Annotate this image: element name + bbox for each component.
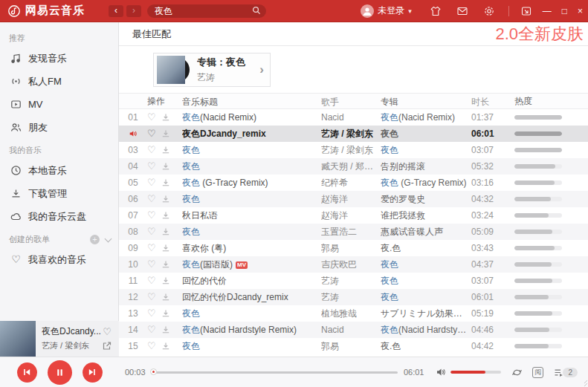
table-row[interactable]: 13♡夜色植地雅哉サブリミナル効果によ...05:19 (119, 305, 588, 322)
sidebar-item-mv[interactable]: MV (0, 93, 118, 116)
song-artist[interactable]: 艺涛 (321, 289, 381, 305)
table-row[interactable]: 11♡回忆的代价艺涛夜色03:07 (119, 273, 588, 289)
share-icon[interactable] (102, 341, 112, 351)
download-icon[interactable] (161, 227, 170, 236)
download-icon[interactable] (161, 309, 170, 318)
table-row[interactable]: 08♡夜色玉置浩二惠威试音碟人声05:09 (119, 224, 588, 240)
like-icon[interactable]: ♡ (147, 338, 156, 354)
table-row[interactable]: 01♡夜色(Nacid Remix)Nacid夜色(Nacid Remix)01… (119, 109, 588, 126)
song-artist[interactable]: 臧天朔 / 郑钧 / 唐... (321, 158, 381, 175)
user-menu[interactable]: 未登录 ▾ (361, 4, 412, 18)
song-title[interactable]: 夜色 (182, 191, 321, 207)
download-icon[interactable] (161, 195, 170, 204)
now-playing-like-icon[interactable]: ♡ (103, 326, 112, 337)
mv-badge[interactable]: MV (236, 261, 248, 269)
song-title[interactable]: 夜色(国语版)MV (182, 256, 321, 273)
song-album[interactable]: サブリミナル効果によ... (381, 305, 471, 322)
sidebar-item-personal-fm[interactable]: 私人FM (0, 70, 118, 93)
play-queue-button[interactable]: 2 (553, 367, 578, 378)
download-icon[interactable] (161, 211, 170, 220)
song-album[interactable]: 夜.色 (381, 240, 471, 256)
song-title[interactable]: 秋日私语 (182, 207, 321, 224)
table-row[interactable]: 07♡秋日私语赵海洋谁把我拯救03:24 (119, 207, 588, 224)
song-album[interactable]: 夜色 (381, 273, 471, 289)
song-album[interactable]: 夜色 (381, 256, 471, 273)
table-row[interactable]: 05♡夜色 (G-Tracy Remix)纪粹希夜色 (G-Tracy Remi… (119, 175, 588, 191)
resize-grip[interactable] (581, 380, 587, 386)
song-artist[interactable]: Nacid (321, 109, 381, 126)
sidebar-item-local-music[interactable]: 本地音乐 (0, 159, 118, 182)
pause-button[interactable] (48, 360, 72, 385)
table-row[interactable]: 06♡夜色赵海洋爱的罗曼史04:32 (119, 191, 588, 207)
like-icon[interactable]: ♡ (147, 126, 156, 142)
song-album[interactable]: 谁把我拯救 (381, 207, 471, 224)
song-album[interactable]: 告别的摇滚 (381, 158, 471, 175)
table-row[interactable]: 10♡夜色(国语版)MV吉庆欧巴夜色04:37 (119, 256, 588, 273)
song-title[interactable]: 回忆的代价DJcandy_remix (182, 289, 321, 305)
best-match-album-card[interactable]: 专辑：夜色 艺涛 › (153, 53, 271, 87)
like-icon[interactable]: ♡ (147, 273, 156, 289)
download-icon[interactable] (161, 244, 170, 253)
song-artist[interactable]: 艺涛 / 梁剑东 (321, 142, 381, 158)
song-artist[interactable]: 郭易 (321, 240, 381, 256)
sidebar-item-discover[interactable]: 发现音乐 (0, 47, 118, 70)
song-title[interactable]: 喜欢你 (粤) (182, 240, 321, 256)
search-icon[interactable] (252, 6, 261, 15)
download-icon[interactable] (161, 325, 170, 334)
table-row[interactable]: 03♡夜色艺涛 / 梁剑东夜色03:07 (119, 142, 588, 158)
download-icon[interactable] (161, 260, 170, 269)
like-icon[interactable]: ♡ (147, 256, 156, 273)
table-row[interactable]: 09♡喜欢你 (粤)郭易夜.色03:43 (119, 240, 588, 256)
song-title[interactable]: 夜色 (182, 224, 321, 240)
song-title[interactable]: 夜色 (182, 142, 321, 158)
like-icon[interactable]: ♡ (147, 289, 156, 305)
song-artist[interactable]: 玉置浩二 (321, 224, 381, 240)
app-logo[interactable]: 网易云音乐 (0, 4, 119, 18)
search-input[interactable] (147, 4, 266, 18)
download-icon[interactable] (161, 276, 170, 285)
back-button[interactable]: ‹ (109, 5, 123, 17)
song-album[interactable]: 夜色 (G-Tracy Remix) (381, 175, 471, 191)
maximize-button[interactable]: □ (562, 0, 567, 22)
sidebar-item-friends[interactable]: 朋友 (0, 116, 118, 139)
download-icon[interactable] (161, 162, 170, 171)
song-album[interactable]: 夜色 (381, 126, 471, 142)
song-artist[interactable]: 吉庆欧巴 (321, 256, 381, 273)
song-artist[interactable]: 郭易 (321, 338, 381, 354)
settings-gear-icon[interactable] (483, 5, 495, 17)
song-album[interactable]: 惠威试音碟人声 (381, 224, 471, 240)
song-title[interactable]: 夜色 (182, 158, 321, 175)
like-icon[interactable]: ♡ (147, 191, 156, 207)
loop-mode-icon[interactable] (511, 367, 523, 378)
table-row[interactable]: 15♡夜色郭易夜.色04:42 (119, 338, 588, 354)
sidebar-item-cloud-disk[interactable]: 我的音乐云盘 (0, 205, 118, 228)
like-icon[interactable]: ♡ (147, 322, 156, 338)
song-title[interactable]: 夜色 (182, 305, 321, 322)
song-title[interactable]: 夜色(Nacid Remix) (182, 109, 321, 126)
mini-mode-icon[interactable] (520, 5, 532, 17)
song-title[interactable]: 夜色(Nacid Hardstyle Remix) (182, 322, 321, 338)
like-icon[interactable]: ♡ (147, 175, 156, 191)
now-playing-artist[interactable]: 艺涛 / 梁剑东 (42, 340, 102, 351)
like-icon[interactable]: ♡ (147, 142, 156, 158)
minimize-button[interactable]: — (543, 0, 552, 22)
song-title[interactable]: 夜色DJcandy_remix (182, 126, 321, 142)
song-title[interactable]: 夜色 (182, 338, 321, 354)
next-button[interactable] (83, 362, 103, 383)
volume-bar[interactable] (450, 371, 501, 374)
now-playing-title[interactable]: 夜色DJcandy... (42, 325, 103, 338)
song-title[interactable]: 夜色 (G-Tracy Remix) (182, 175, 321, 191)
table-row[interactable]: 14♡夜色(Nacid Hardstyle Remix)Nacid夜色(Naci… (119, 322, 588, 338)
forward-button[interactable]: › (126, 5, 141, 17)
like-icon[interactable]: ♡ (147, 224, 156, 240)
table-row[interactable]: 12♡回忆的代价DJcandy_remix艺涛夜色06:01 (119, 289, 588, 305)
like-icon[interactable]: ♡ (147, 305, 156, 322)
mail-icon[interactable] (456, 5, 468, 17)
song-artist[interactable]: 植地雅哉 (321, 305, 381, 322)
sidebar-item-liked-music[interactable]: ♡ 我喜欢的音乐 (0, 248, 118, 271)
create-playlist-icon[interactable]: + (90, 235, 100, 244)
song-album[interactable]: 爱的罗曼史 (381, 191, 471, 207)
volume-speaker-icon[interactable] (436, 367, 446, 377)
download-icon[interactable] (161, 178, 170, 187)
like-icon[interactable]: ♡ (147, 158, 156, 175)
